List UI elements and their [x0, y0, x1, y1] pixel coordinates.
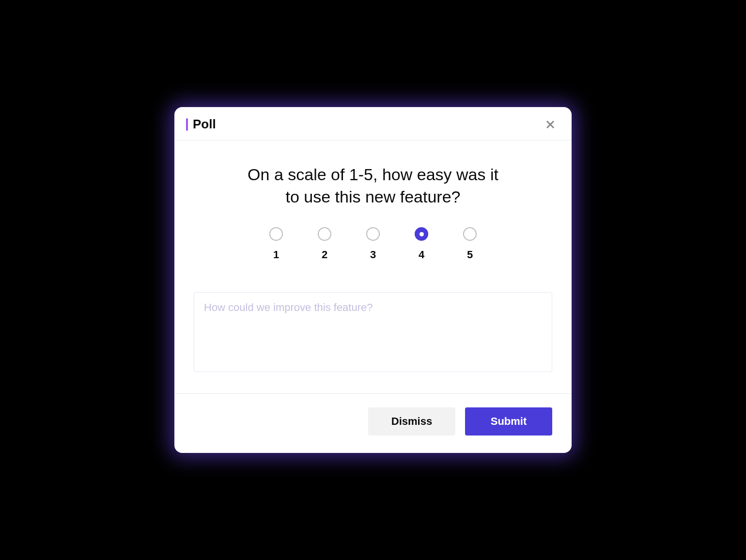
- feedback-input[interactable]: [194, 292, 552, 372]
- close-icon: [544, 119, 556, 130]
- header-title-wrap: Poll: [186, 117, 216, 132]
- rating-option-3[interactable]: 3: [366, 227, 380, 261]
- radio-icon-selected: [415, 227, 428, 241]
- modal-header: Poll: [174, 107, 572, 140]
- accent-bar: [186, 118, 188, 131]
- submit-button[interactable]: Submit: [465, 407, 552, 436]
- modal-footer: Dismiss Submit: [174, 393, 572, 453]
- rating-label: 1: [273, 249, 279, 261]
- poll-question: On a scale of 1-5, how easy was it to us…: [247, 164, 499, 208]
- modal-body: On a scale of 1-5, how easy was it to us…: [174, 140, 572, 394]
- radio-icon: [269, 227, 283, 241]
- rating-option-2[interactable]: 2: [318, 227, 331, 261]
- radio-icon: [366, 227, 380, 241]
- rating-label: 4: [419, 249, 424, 261]
- radio-icon: [318, 227, 331, 241]
- rating-label: 5: [467, 249, 473, 261]
- dismiss-button[interactable]: Dismiss: [368, 407, 455, 436]
- rating-label: 3: [370, 249, 376, 261]
- modal-title: Poll: [193, 117, 216, 132]
- rating-label: 2: [322, 249, 327, 261]
- rating-option-1[interactable]: 1: [269, 227, 283, 261]
- rating-row: 1 2 3 4 5: [194, 227, 552, 261]
- poll-modal: Poll On a scale of 1-5, how easy was it …: [174, 107, 572, 453]
- radio-icon: [463, 227, 477, 241]
- rating-option-4[interactable]: 4: [415, 227, 428, 261]
- rating-option-5[interactable]: 5: [463, 227, 477, 261]
- close-button[interactable]: [543, 117, 558, 132]
